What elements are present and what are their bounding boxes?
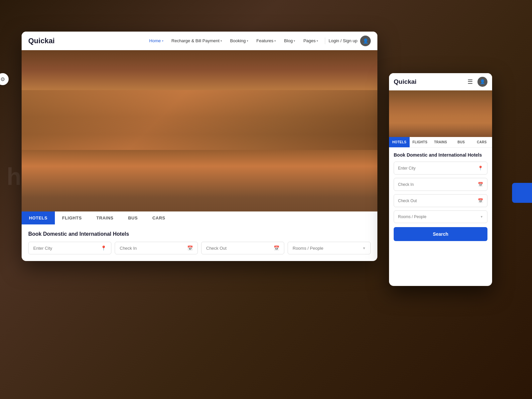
desktop-avatar: 👤 bbox=[360, 36, 371, 46]
desktop-tab-bus[interactable]: BUS bbox=[121, 211, 145, 224]
desktop-tab-trains[interactable]: TRAINS bbox=[89, 211, 121, 224]
desktop-search-form: Book Domestic and International Hotels 📍… bbox=[22, 224, 377, 261]
desktop-nav-links: Home ▾ Recharge & Bill Payment ▾ Booking… bbox=[146, 36, 371, 46]
nav-link-features-label: Features bbox=[256, 38, 273, 43]
nav-link-features[interactable]: Features ▾ bbox=[253, 36, 279, 45]
nav-link-pages[interactable]: Pages ▾ bbox=[300, 36, 322, 45]
mobile-form-title: Book Domestic and International Hotels bbox=[394, 152, 487, 158]
calendar-icon-checkin: 📅 bbox=[187, 245, 193, 251]
mobile-rooms-input[interactable] bbox=[398, 214, 480, 219]
nav-link-booking-label: Booking bbox=[230, 38, 246, 43]
desktop-tab-cars[interactable]: CARS bbox=[145, 211, 173, 224]
desktop-rooms-input[interactable] bbox=[293, 246, 360, 251]
nav-link-home[interactable]: Home ▾ bbox=[146, 36, 167, 45]
mobile-checkout-field[interactable]: 📅 bbox=[394, 194, 487, 207]
nav-link-recharge-chevron: ▾ bbox=[220, 39, 222, 43]
nav-link-features-chevron: ▾ bbox=[274, 39, 276, 43]
desktop-navbar: Quickai Home ▾ Recharge & Bill Payment ▾… bbox=[22, 32, 377, 50]
mobile-hero bbox=[389, 90, 492, 137]
mobile-checkin-input[interactable] bbox=[398, 182, 476, 187]
mobile-hero-overlay bbox=[389, 90, 492, 137]
desktop-tab-bar: HOTELS FLIGHTS TRAINS BUS CARS bbox=[22, 211, 377, 224]
desktop-form-row: 📍 📅 📅 bbox=[28, 242, 371, 254]
mobile-avatar: 👤 bbox=[477, 77, 487, 87]
mobile-city-field[interactable]: 📍 bbox=[394, 162, 487, 175]
desktop-rooms-field[interactable] bbox=[288, 242, 371, 254]
mobile-calendar-checkout-icon: 📅 bbox=[478, 198, 483, 203]
mobile-tab-cars[interactable]: CARS bbox=[471, 137, 492, 147]
desktop-search-panel: HOTELS FLIGHTS TRAINS BUS CARS Book Dome… bbox=[22, 211, 377, 261]
nav-link-blog-chevron: ▾ bbox=[294, 39, 295, 43]
mobile-tab-hotels[interactable]: HOTELS bbox=[389, 137, 410, 147]
mobile-location-icon: 📍 bbox=[478, 166, 483, 171]
mobile-brand-logo: Quickai bbox=[394, 78, 467, 85]
mobile-tab-trains[interactable]: TRAINS bbox=[430, 137, 451, 147]
mobile-tab-bar: HOTELS FLIGHTS TRAINS BUS CARS bbox=[389, 137, 492, 148]
desktop-city-field[interactable]: 📍 bbox=[28, 242, 111, 254]
desktop-form-title: Book Domestic and International Hotels bbox=[28, 231, 371, 237]
background-blue-element bbox=[512, 183, 532, 203]
mobile-avatar-icon: 👤 bbox=[480, 79, 485, 84]
desktop-checkout-field[interactable]: 📅 bbox=[201, 242, 284, 254]
desktop-city-input[interactable] bbox=[33, 246, 99, 251]
nav-link-home-label: Home bbox=[149, 38, 161, 43]
mobile-tab-bus[interactable]: BUS bbox=[451, 137, 471, 147]
mobile-checkin-field[interactable]: 📅 bbox=[394, 178, 487, 191]
avatar-icon: 👤 bbox=[363, 38, 368, 44]
nav-link-pages-chevron: ▾ bbox=[317, 39, 318, 43]
mobile-search-form: Book Domestic and International Hotels 📍… bbox=[389, 148, 492, 246]
hamburger-icon[interactable]: ☰ bbox=[467, 78, 473, 85]
desktop-browser-window: Quickai Home ▾ Recharge & Bill Payment ▾… bbox=[22, 32, 377, 261]
desktop-tab-hotels[interactable]: HOTELS bbox=[22, 211, 55, 224]
nav-divider bbox=[325, 38, 325, 44]
mobile-checkout-input[interactable] bbox=[398, 199, 476, 203]
desktop-hero: HOTELS FLIGHTS TRAINS BUS CARS Book Dome… bbox=[22, 50, 377, 261]
nav-login[interactable]: Login / Sign up 👤 bbox=[329, 36, 371, 46]
desktop-brand-logo: Quickai bbox=[28, 37, 55, 45]
location-pin-icon: 📍 bbox=[101, 245, 106, 251]
mobile-tab-flights[interactable]: FLIGHTS bbox=[410, 137, 430, 147]
hero-river bbox=[22, 90, 377, 150]
mobile-city-input[interactable] bbox=[398, 166, 476, 171]
nav-link-blog[interactable]: Blog ▾ bbox=[281, 36, 299, 45]
mobile-calendar-checkin-icon: 📅 bbox=[478, 182, 483, 187]
nav-link-home-chevron: ▾ bbox=[162, 39, 164, 43]
nav-link-booking[interactable]: Booking ▾ bbox=[227, 36, 252, 45]
nav-link-pages-label: Pages bbox=[303, 38, 316, 43]
nav-link-blog-label: Blog bbox=[284, 38, 293, 43]
nav-link-recharge[interactable]: Recharge & Bill Payment ▾ bbox=[168, 36, 226, 45]
mobile-browser-window: Quickai ☰ 👤 HOTELS FLIGHTS TRAINS BUS CA… bbox=[389, 73, 492, 286]
mobile-rooms-field[interactable] bbox=[394, 210, 487, 223]
mobile-search-button[interactable]: Search bbox=[394, 227, 487, 241]
desktop-checkin-input[interactable] bbox=[120, 246, 185, 251]
mobile-navbar: Quickai ☰ 👤 bbox=[389, 73, 492, 90]
desktop-tab-flights[interactable]: FLIGHTS bbox=[55, 211, 89, 224]
nav-link-recharge-label: Recharge & Bill Payment bbox=[172, 38, 220, 43]
desktop-checkout-input[interactable] bbox=[206, 246, 272, 251]
nav-link-booking-chevron: ▾ bbox=[247, 39, 248, 43]
desktop-checkin-field[interactable]: 📅 bbox=[115, 242, 198, 254]
nav-login-label: Login / Sign up bbox=[329, 38, 357, 43]
calendar-icon-checkout: 📅 bbox=[274, 245, 279, 251]
